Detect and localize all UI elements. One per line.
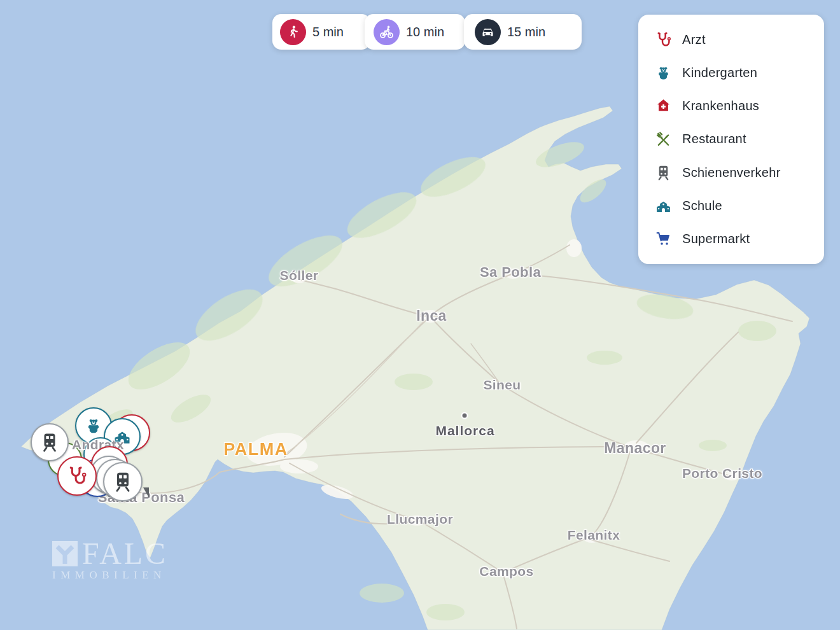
bike-icon	[374, 19, 400, 45]
map-label-manacor: Manacor	[604, 440, 666, 457]
train-icon	[654, 163, 673, 182]
map-label-llucmajor: Llucmajor	[387, 512, 453, 527]
stethoscope-icon	[66, 465, 88, 487]
legend-item-restaurant[interactable]: Restaurant	[654, 123, 809, 155]
mallorca-city-dot	[461, 412, 468, 419]
cart-icon	[654, 230, 673, 249]
legend-label: Krankenhaus	[682, 99, 759, 113]
map-label-inca: Inca	[416, 307, 447, 325]
legend-item-schule[interactable]: Schule	[654, 190, 809, 222]
map-marker-arzt[interactable]	[57, 456, 97, 496]
falc-watermark: FALC IMMOBILIEN	[52, 541, 168, 582]
map-label-palma: PALMA	[223, 440, 288, 459]
legend-label: Supermarkt	[682, 232, 750, 246]
car-time-label: 15 min	[507, 25, 545, 39]
falc-logo-icon	[52, 541, 78, 566]
travel-mode-bike-pill[interactable]: 10 min	[365, 14, 465, 50]
map-label-sineu: Sineu	[483, 377, 521, 393]
map-label-porto-cristo: Porto Cristo	[682, 466, 762, 481]
legend-label: Schienenverkehr	[682, 165, 781, 180]
teddy-bear-icon	[84, 416, 103, 435]
walk-time-label: 5 min	[312, 25, 344, 39]
legend-item-arzt[interactable]: Arzt	[654, 24, 809, 55]
hospital-house-icon	[654, 97, 673, 116]
utensils-icon	[654, 130, 673, 149]
legend-item-supermarkt[interactable]: Supermarkt	[654, 223, 809, 255]
watermark-brand: FALC	[82, 541, 168, 566]
train-icon	[111, 470, 134, 493]
travel-mode-car-pill[interactable]: 15 min	[464, 14, 582, 50]
legend-item-kindergarten[interactable]: Kindergarten	[654, 57, 809, 88]
map-marker-schienenverkehr-2[interactable]	[103, 462, 143, 501]
map-label-soller: Sóller	[280, 268, 319, 283]
watermark-subtitle: IMMOBILIEN	[52, 569, 168, 582]
map-canvas[interactable]: Sóller Sa Pobla Inca Sineu Mallorca PALM…	[0, 0, 840, 630]
walk-icon	[280, 19, 306, 45]
stethoscope-icon	[654, 30, 673, 49]
school-icon	[654, 197, 673, 216]
legend-label: Schule	[682, 199, 722, 213]
legend-item-krankenhaus[interactable]: Krankenhaus	[654, 90, 809, 122]
teddy-bear-icon	[654, 63, 673, 82]
legend-label: Arzt	[682, 32, 706, 47]
map-label-felanitx: Felanitx	[568, 528, 620, 543]
car-icon	[475, 19, 501, 45]
bike-time-label: 10 min	[406, 25, 444, 39]
map-marker-schienenverkehr-1[interactable]	[31, 423, 69, 461]
legend-label: Restaurant	[682, 132, 746, 146]
travel-mode-walk-pill[interactable]: 5 min	[272, 14, 370, 50]
map-label-sa-pobla: Sa Pobla	[480, 264, 541, 281]
poi-legend-panel: Arzt Kindergarten	[638, 15, 824, 264]
legend-item-schienenverkehr[interactable]: Schienenverkehr	[654, 157, 809, 188]
train-icon	[39, 431, 60, 453]
legend-label: Kindergarten	[682, 66, 757, 80]
map-label-campos: Campos	[479, 564, 533, 579]
map-label-mallorca: Mallorca	[435, 423, 494, 438]
